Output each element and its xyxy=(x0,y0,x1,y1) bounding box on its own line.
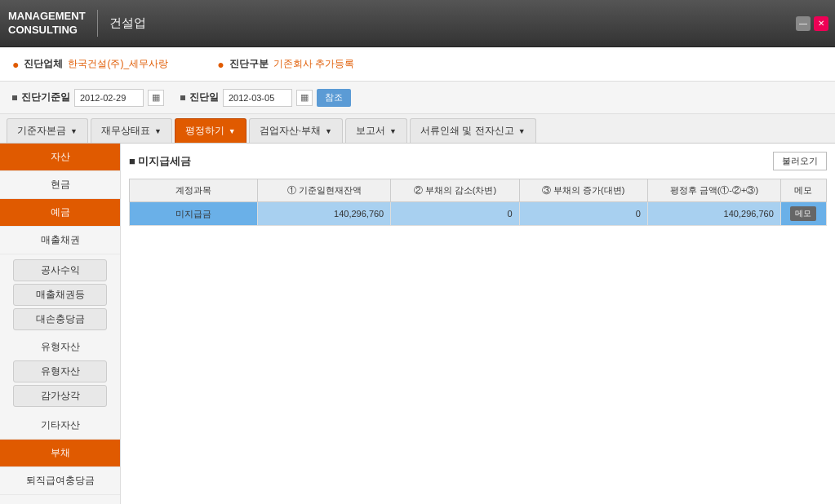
header-row: 계정과목 ① 기준일현재잔액 ② 부채의 감소(차변) ③ 부채의 증가(대변)… xyxy=(130,179,827,202)
date2-label: 진단일 xyxy=(189,91,219,104)
col-adjusted-amount: 평정후 금액(①-②+③) xyxy=(647,179,780,202)
col-account: 계정과목 xyxy=(130,179,258,202)
tab-evaluation[interactable]: 평정하기 ▼ xyxy=(175,118,247,143)
main-panel: 미지급세금 불러오기 계정과목 ① 기준일현재잔액 ② 부채의 감소(차변) ③… xyxy=(121,144,835,504)
app-subtitle: 건설업 xyxy=(109,15,146,31)
info-category: ● 진단구분 기존회사 추가등록 xyxy=(217,57,354,71)
tab3-arrow: ▼ xyxy=(325,127,332,135)
cell-liab-increase: 0 xyxy=(519,202,647,226)
reference-button[interactable]: 참조 xyxy=(317,89,351,107)
tab0-arrow: ▼ xyxy=(70,127,78,135)
load-button[interactable]: 불러오기 xyxy=(773,152,827,170)
date2-bullet xyxy=(180,95,185,100)
panel-title: 미지급세금 xyxy=(129,154,191,169)
col-liab-decrease: ② 부채의 감소(차변) xyxy=(391,179,519,202)
tab-report[interactable]: 보고서 ▼ xyxy=(345,118,407,143)
app-logo: MANAGEMENT CONSULTING xyxy=(8,10,98,38)
date2-input[interactable] xyxy=(223,89,292,107)
date-diagnosis: 진단일 ▦ 참조 xyxy=(180,89,351,107)
sidebar-item-assets[interactable]: 자산 xyxy=(0,144,120,171)
cell-memo: 메모 xyxy=(780,202,826,226)
datebar: 진단기준일 ▦ 진단일 ▦ 참조 xyxy=(0,82,835,114)
sidebar-item-liabilities[interactable]: 부채 xyxy=(0,440,120,467)
date2-calendar-icon[interactable]: ▦ xyxy=(296,90,313,106)
cell-base-balance: 140,296,760 xyxy=(258,202,391,226)
infobar: ● 진단업체 한국건설(주)_세무사랑 ● 진단구분 기존회사 추가등록 xyxy=(0,47,835,82)
sidebar-item-depreciation[interactable]: 감가상각 xyxy=(13,385,107,407)
col-base-balance: ① 기준일현재잔액 xyxy=(258,179,391,202)
sidebar-item-cash[interactable]: 현금 xyxy=(0,171,120,199)
tab4-arrow: ▼ xyxy=(389,127,397,135)
data-table: 계정과목 ① 기준일현재잔액 ② 부채의 감소(차변) ③ 부채의 증가(대변)… xyxy=(129,179,827,226)
info-company: ● 진단업체 한국건설(주)_세무사랑 xyxy=(12,57,168,71)
close-button[interactable]: ✕ xyxy=(814,16,828,31)
col-memo: 메모 xyxy=(780,179,826,202)
date1-label: 진단기준일 xyxy=(21,91,70,104)
tab2-arrow: ▼ xyxy=(229,127,236,135)
tab-standard-capital[interactable]: 기준자본금 ▼ xyxy=(7,118,88,143)
sidebar-item-receivables[interactable]: 매출채권 xyxy=(0,227,120,254)
sidebar-item-other-assets[interactable]: 기타자산 xyxy=(0,412,120,440)
content-area: 자산 현금 예금 매출채권 공사수익 매출채권등 대손충당금 유형자산 xyxy=(0,144,835,504)
panel-header: 미지급세금 불러오기 xyxy=(129,152,827,170)
memo-button[interactable]: 메모 xyxy=(790,206,816,221)
sidebar-item-allowance[interactable]: 대손충당금 xyxy=(13,308,107,330)
tab-print-electronic[interactable]: 서류인쇄 및 전자신고 ▼ xyxy=(410,118,536,143)
titlebar: MANAGEMENT CONSULTING 건설업 — ✕ xyxy=(0,0,835,47)
date1-input[interactable] xyxy=(74,89,144,107)
sidebar: 자산 현금 예금 매출채권 공사수익 매출채권등 대손충당금 유형자산 xyxy=(0,144,121,504)
sidebar-item-tangible-assets[interactable]: 유형자산 xyxy=(13,360,107,382)
bullet-category: ● xyxy=(217,58,224,71)
company-label: 진단업체 xyxy=(24,57,63,71)
category-label: 진단구분 xyxy=(229,57,269,71)
table-row[interactable]: 미지급금 140,296,760 0 0 140,296,760 메모 xyxy=(130,202,827,226)
minimize-button[interactable]: — xyxy=(796,16,811,31)
table-header: 계정과목 ① 기준일현재잔액 ② 부채의 감소(차변) ③ 부채의 증가(대변)… xyxy=(130,179,827,202)
col-liab-increase: ③ 부채의 증가(대변) xyxy=(519,179,647,202)
tab1-arrow: ▼ xyxy=(154,127,162,135)
company-value: 한국건설(주)_세무사랑 xyxy=(68,57,168,71)
table-body: 미지급금 140,296,760 0 0 140,296,760 메모 xyxy=(130,202,827,226)
tab-financial-statement[interactable]: 재무상태표 ▼ xyxy=(91,118,172,143)
sidebar-item-retirement[interactable]: 퇴직급여충당금 xyxy=(0,467,120,495)
date1-calendar-icon[interactable]: ▦ xyxy=(148,90,164,106)
sidebar-item-construction-revenue[interactable]: 공사수익 xyxy=(13,259,107,281)
date-standard: 진단기준일 ▦ xyxy=(12,89,164,107)
sidebar-item-trade-receivables[interactable]: 매출채권등 xyxy=(13,284,107,306)
tab5-arrow: ▼ xyxy=(518,127,526,135)
sidebar-item-deposits[interactable]: 예금 xyxy=(0,199,120,227)
cell-adjusted-amount: 140,296,760 xyxy=(647,202,780,226)
tab-assets-liabilities[interactable]: 검업자산·부채 ▼ xyxy=(249,118,343,143)
cell-liab-decrease: 0 xyxy=(391,202,519,226)
sidebar-section-tangible: 유형자산 xyxy=(0,335,120,356)
window-controls: — ✕ xyxy=(796,16,828,31)
cell-account: 미지급금 xyxy=(130,202,258,226)
bullet-company: ● xyxy=(12,58,19,71)
category-value: 기존회사 추가등록 xyxy=(273,57,354,71)
tabbar: 기준자본금 ▼ 재무상태표 ▼ 평정하기 ▼ 검업자산·부채 ▼ 보고서 ▼ 서… xyxy=(0,114,835,144)
date1-bullet xyxy=(12,95,17,100)
